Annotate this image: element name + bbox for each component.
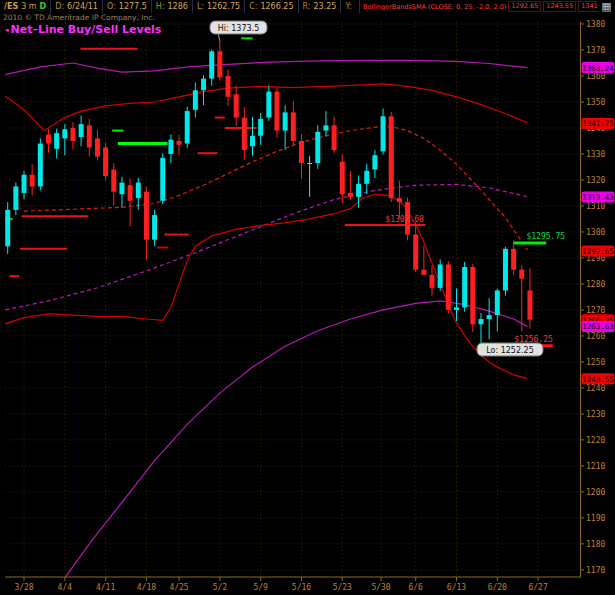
bollinger-bands [4, 60, 527, 580]
date-cell: D: 6/24/11 [51, 0, 103, 13]
candle-6/23 [519, 270, 524, 279]
candle-6/16 [478, 319, 483, 324]
svg-text:$1295.75: $1295.75 [526, 232, 565, 241]
copyright: 2010 © TD Ameritrade IP Company, Inc. [3, 13, 155, 22]
svg-text:1292.65: 1292.65 [582, 247, 614, 256]
candle-5/13 [291, 112, 296, 141]
svg-text:1263.63: 1263.63 [582, 322, 614, 331]
chart-window: $1302.68$1256.25$1295.751380137013601350… [0, 0, 615, 595]
candle-3/25 [13, 186, 18, 209]
candle-6/14 [462, 267, 467, 307]
candle-6/9 [438, 264, 443, 287]
bollinger2-lower [63, 301, 527, 580]
study1-label[interactable]: BollingerBandsSMA (CLOSE, 0, 25, -2.0, 2… [363, 3, 506, 11]
candle-3/24 [5, 210, 10, 246]
studies-cell: BollingerBandsSMA (CLOSE, 0, 25, -2.0, 2… [360, 0, 598, 13]
study-title[interactable]: ◂ Net–Line Buy/Sell Levels [5, 23, 161, 36]
price-chart[interactable]: $1302.68$1256.25$1295.751380137013601350… [0, 0, 615, 595]
range-cell: R: 23.25 [299, 0, 342, 13]
hi-tooltip: Hi: 1373.5 [210, 21, 267, 41]
svg-text:1370: 1370 [586, 46, 605, 55]
candle-4/26 [185, 111, 190, 143]
candle-5/25 [356, 184, 361, 197]
timeframe-range: 3 m [21, 2, 36, 11]
chart-header: /ES 3 m D D: 6/24/11 O: 1277.5 H: 1286 L… [0, 0, 615, 13]
candle-6/20 [495, 290, 500, 315]
price-grid [5, 22, 580, 577]
collapse-arrow-icon[interactable]: ◂ [5, 26, 9, 34]
candle-5/31 [381, 116, 386, 151]
candle-4/18 [144, 192, 149, 240]
svg-text:5/16: 5/16 [292, 583, 311, 592]
yield-cell: Y: [341, 0, 360, 13]
candle-5/4 [234, 94, 239, 117]
svg-text:Hi: 1373.5: Hi: 1373.5 [218, 24, 259, 33]
panel-grid-icon[interactable]: ▦ [600, 1, 613, 13]
svg-text:$1302.68: $1302.68 [385, 215, 424, 224]
candle-4/19 [152, 215, 157, 240]
svg-text:5/9: 5/9 [253, 583, 268, 592]
candle-5/19 [323, 125, 328, 130]
svg-text:1313.43: 1313.43 [582, 193, 614, 202]
candles [5, 41, 532, 356]
candle-4/13 [119, 183, 124, 195]
candle-4/14 [128, 185, 133, 201]
candle-6/21 [503, 249, 508, 291]
candle-4/27 [193, 90, 198, 109]
svg-text:1380: 1380 [586, 20, 605, 29]
svg-text:6/6: 6/6 [408, 583, 423, 592]
candle-6/17 [487, 315, 492, 319]
candle-6/15 [470, 267, 475, 324]
svg-text:6/27: 6/27 [528, 583, 547, 592]
svg-text:1320: 1320 [586, 176, 605, 185]
symbol-cell[interactable]: /ES 3 m D [0, 0, 51, 13]
open-cell: O: 1277.5 [103, 0, 152, 13]
candle-4/29 [209, 51, 214, 78]
study-title-text: Net–Line Buy/Sell Levels [11, 23, 162, 36]
svg-text:4/4: 4/4 [58, 583, 73, 592]
svg-text:6/13: 6/13 [447, 583, 466, 592]
bollinger2-upper [4, 60, 527, 74]
candle-6/10 [446, 264, 451, 309]
candle-5/12 [283, 112, 288, 130]
candle-5/17 [307, 163, 312, 164]
study1-value-mid: 1292.65 [508, 1, 541, 12]
svg-text:5/2: 5/2 [213, 583, 228, 592]
symbol-label: /ES [4, 2, 18, 11]
svg-text:1230: 1230 [586, 410, 605, 419]
lo-tooltip: Lo: 1252.25 [477, 343, 543, 356]
svg-text:1360: 1360 [586, 72, 605, 81]
candle-4/6 [79, 124, 84, 137]
candle-4/4 [62, 129, 67, 138]
candle-4/11 [103, 147, 108, 176]
net-lines [0, 38, 552, 345]
candle-6/6 [413, 235, 418, 270]
svg-text:1280: 1280 [586, 280, 605, 289]
svg-text:1300: 1300 [586, 228, 605, 237]
candle-6/2 [397, 198, 402, 202]
candle-6/13 [454, 307, 459, 310]
candle-3/31 [46, 134, 51, 143]
candle-5/6 [250, 136, 255, 146]
candle-6/24 [527, 290, 532, 319]
candle-6/22 [511, 249, 516, 270]
svg-text:4/25: 4/25 [169, 583, 188, 592]
candle-5/9 [258, 119, 263, 136]
study1-value-upper: 1341.75 [578, 1, 598, 12]
high-cell: H: 1286 [152, 0, 193, 13]
svg-text:1363.24: 1363.24 [582, 64, 614, 73]
candle-4/15 [136, 183, 141, 199]
candle-4/12 [111, 170, 116, 192]
svg-text:5/23: 5/23 [333, 583, 352, 592]
candle-5/11 [274, 92, 279, 131]
svg-text:3/28: 3/28 [14, 583, 33, 592]
candle-4/1 [54, 133, 59, 149]
svg-text:1310: 1310 [586, 202, 605, 211]
candle-3/28 [22, 175, 27, 193]
svg-text:1341.75: 1341.75 [582, 119, 614, 128]
svg-text:1350: 1350 [586, 98, 605, 107]
svg-text:6/20: 6/20 [488, 583, 507, 592]
candle-5/27 [372, 155, 377, 169]
candle-4/21 [168, 140, 173, 154]
svg-text:1200: 1200 [586, 488, 605, 497]
